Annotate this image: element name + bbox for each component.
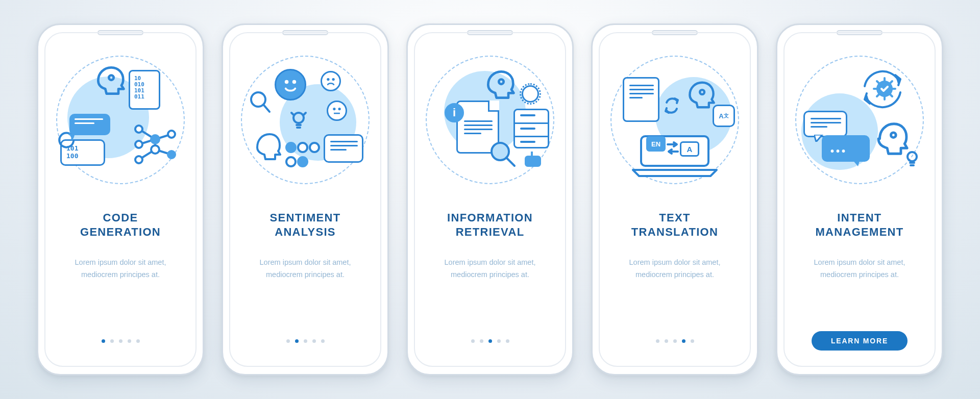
gear-icon xyxy=(522,85,539,103)
svg-line-26 xyxy=(291,113,293,115)
onboarding-slide-1[interactable]: 10010101011 101100 xyxy=(46,34,194,363)
slide-title: SENTIMENTANALYSIS xyxy=(270,211,341,239)
page-dot-1[interactable] xyxy=(471,339,475,343)
svg-point-38 xyxy=(700,90,704,94)
page-dot-3[interactable] xyxy=(673,339,677,343)
page-dot-4[interactable] xyxy=(497,339,501,343)
slide-description: Lorem ipsum dolor sit amet, mediocrem pr… xyxy=(798,257,921,280)
svg-point-11 xyxy=(151,145,159,154)
page-dot-5[interactable] xyxy=(506,339,509,343)
onboarding-slide-3[interactable]: i INFORMATIONRETRIEVA xyxy=(416,34,564,363)
svg-point-16 xyxy=(328,79,329,80)
onboarding-slide-5[interactable]: ••• INTENTMANAGEMENT Lorem ipsum dolor s… xyxy=(786,34,934,363)
pagination xyxy=(102,329,140,353)
page-dot-2[interactable] xyxy=(295,339,299,343)
page-dot-1[interactable] xyxy=(656,339,659,343)
svg-point-19 xyxy=(339,108,340,110)
svg-point-28 xyxy=(286,143,296,152)
svg-point-13 xyxy=(168,151,175,158)
page-dot-5[interactable] xyxy=(691,339,694,343)
information-retrieval-icon: i xyxy=(424,54,556,186)
svg-line-47 xyxy=(889,81,892,84)
svg-point-10 xyxy=(151,135,159,143)
svg-text:i: i xyxy=(453,106,456,119)
phone-frame-4: A文 EN A TEXTTRANSLATION Lorem ipsum dolo… xyxy=(591,23,758,376)
pagination xyxy=(656,329,694,353)
svg-point-0 xyxy=(109,76,113,80)
svg-point-49 xyxy=(891,133,896,138)
page-dot-3[interactable] xyxy=(119,339,122,343)
svg-line-48 xyxy=(877,93,880,96)
phone-frame-2: SENTIMENTANALYSIS Lorem ipsum dolor sit … xyxy=(222,23,389,376)
pagination xyxy=(286,329,325,353)
svg-point-50 xyxy=(908,152,917,161)
page-dot-5[interactable] xyxy=(136,339,140,343)
svg-point-31 xyxy=(286,157,296,166)
slide-description: Lorem ipsum dolor sit amet, mediocrem pr… xyxy=(614,257,736,280)
page-dot-2[interactable] xyxy=(480,339,483,343)
onboarding-slide-2[interactable]: SENTIMENTANALYSIS Lorem ipsum dolor sit … xyxy=(231,34,379,363)
slide-title: CODEGENERATION xyxy=(80,211,161,239)
phone-frame-5: ••• INTENTMANAGEMENT Lorem ipsum dolor s… xyxy=(776,23,943,376)
page-dot-1[interactable] xyxy=(102,339,105,343)
page-dot-5[interactable] xyxy=(321,339,325,343)
svg-point-18 xyxy=(334,108,335,110)
svg-point-7 xyxy=(135,126,142,133)
svg-point-12 xyxy=(168,131,175,138)
svg-line-45 xyxy=(877,81,880,84)
text-translation-icon: A文 EN A xyxy=(608,54,741,186)
code-generation-icon: 10010101011 101100 xyxy=(54,54,187,186)
svg-point-32 xyxy=(298,157,307,166)
learn-more-button[interactable]: LEARN MORE xyxy=(812,331,908,351)
svg-point-14 xyxy=(286,81,288,83)
sentiment-analysis-icon xyxy=(239,54,372,186)
page-dot-1[interactable] xyxy=(286,339,290,343)
slide-description: Lorem ipsum dolor sit amet, mediocrem pr… xyxy=(59,257,182,280)
svg-line-37 xyxy=(506,158,514,166)
slide-description: Lorem ipsum dolor sit amet, mediocrem pr… xyxy=(244,257,366,280)
page-dot-3[interactable] xyxy=(488,339,492,343)
page-dot-4[interactable] xyxy=(128,339,131,343)
svg-point-33 xyxy=(499,80,503,84)
phone-frame-1: 10010101011 101100 xyxy=(37,23,204,376)
page-dot-4[interactable] xyxy=(682,339,685,343)
slide-title: TEXTTRANSLATION xyxy=(631,211,718,239)
phone-frame-3: i INFORMATIONRETRIEVA xyxy=(406,23,574,376)
svg-line-27 xyxy=(304,113,306,115)
svg-line-46 xyxy=(889,93,892,96)
svg-point-9 xyxy=(135,156,142,163)
page-dot-2[interactable] xyxy=(665,339,668,343)
page-dot-4[interactable] xyxy=(312,339,316,343)
svg-point-30 xyxy=(310,143,319,152)
svg-point-29 xyxy=(298,143,307,152)
svg-line-22 xyxy=(263,105,270,112)
svg-point-17 xyxy=(333,79,334,80)
intent-management-icon: ••• xyxy=(793,54,926,186)
onboarding-carousel: 10010101011 101100 xyxy=(21,8,959,391)
page-dot-2[interactable] xyxy=(110,339,114,343)
slide-title: INTENTMANAGEMENT xyxy=(815,211,903,239)
page-dot-3[interactable] xyxy=(304,339,307,343)
slide-title: INFORMATIONRETRIEVAL xyxy=(447,211,533,239)
svg-point-23 xyxy=(293,113,304,123)
slide-description: Lorem ipsum dolor sit amet, mediocrem pr… xyxy=(429,257,551,280)
onboarding-slide-4[interactable]: A文 EN A TEXTTRANSLATION Lorem ipsum dolo… xyxy=(601,34,749,363)
svg-point-8 xyxy=(135,141,142,148)
svg-point-15 xyxy=(293,81,296,83)
pagination xyxy=(471,329,509,353)
